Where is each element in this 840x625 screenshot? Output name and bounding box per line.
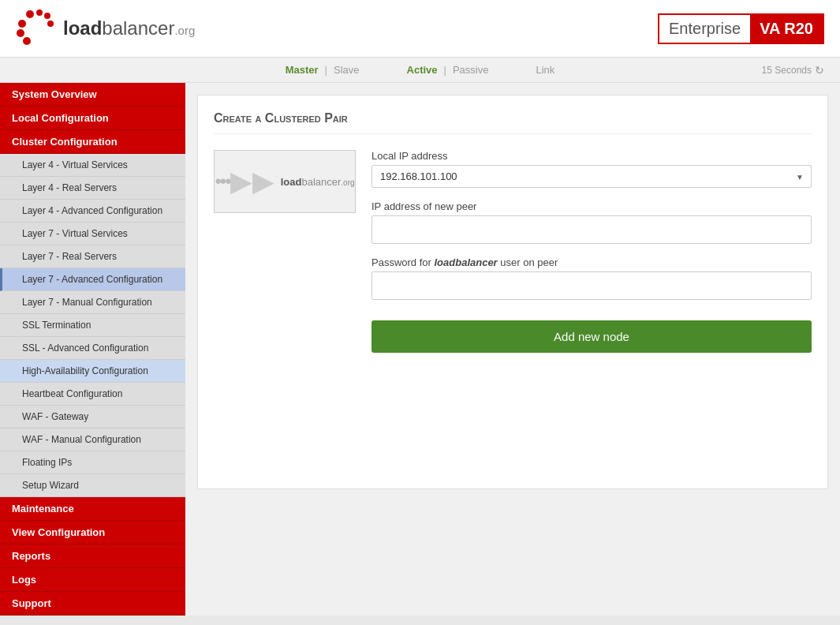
sidebar-item-waf-gateway[interactable]: WAF - Gateway [0, 406, 185, 429]
password-label-suffix: user on peer [498, 256, 558, 268]
form-section: ••• ▶▶ loadbalancer.org Local IP address… [214, 150, 812, 353]
nav-sep-2: | [444, 64, 446, 76]
passive-link[interactable]: Passive [453, 64, 489, 76]
page-title: Create a Clustered Pair [214, 111, 812, 134]
sidebar-item-system-overview[interactable]: System Overview [0, 83, 185, 107]
va-label: VA R20 [750, 15, 823, 43]
sidebar-item-setup-wizard[interactable]: Setup Wizard [0, 474, 185, 497]
cluster-logo: loadbalancer.org [281, 176, 355, 188]
nav-sep-1: | [325, 64, 327, 76]
active-passive-group: Active | Passive [407, 64, 489, 76]
content-inner: Create a Clustered Pair ••• ▶▶ loadbalan… [197, 95, 828, 489]
password-group: Password for loadbalancer user on peer [371, 256, 812, 300]
active-link[interactable]: Active [407, 64, 438, 76]
timer-label: 15 Seconds [762, 65, 812, 76]
sidebar-item-heartbeat-configuration[interactable]: Heartbeat Configuration [0, 383, 185, 406]
header: loadbalancer.org Enterprise VA R20 [0, 0, 840, 58]
content-area: Create a Clustered Pair ••• ▶▶ loadbalan… [185, 83, 840, 616]
master-link[interactable]: Master [286, 64, 319, 76]
local-ip-label: Local IP address [371, 150, 812, 162]
password-label-italic: loadbalancer [434, 256, 497, 268]
password-label: Password for loadbalancer user on peer [371, 256, 812, 268]
sidebar-item-waf-manual[interactable]: WAF - Manual Configuration [0, 429, 185, 451]
sidebar-item-layer4-real[interactable]: Layer 4 - Real Servers [0, 177, 185, 200]
enterprise-badge: Enterprise VA R20 [658, 13, 824, 44]
logo-icon [16, 8, 57, 49]
footer: Copyright © Loadbalancer.org Limited 200… [0, 616, 840, 625]
enterprise-label: Enterprise [659, 15, 750, 43]
arrow-icon: ▶▶ [230, 165, 274, 198]
sidebar-item-layer7-real[interactable]: Layer 7 - Real Servers [0, 245, 185, 268]
svg-point-3 [47, 21, 54, 27]
sidebar-item-ha-configuration[interactable]: High-Availability Configuration [0, 360, 185, 383]
ip-peer-group: IP address of new peer [371, 200, 812, 244]
master-slave-group: Master | Slave [286, 64, 360, 76]
svg-point-6 [23, 37, 31, 45]
password-input[interactable] [371, 271, 812, 300]
link-group: Link [536, 64, 554, 76]
link-link[interactable]: Link [536, 64, 554, 76]
sidebar-item-maintenance[interactable]: Maintenance [0, 497, 185, 521]
sidebar-item-reports[interactable]: Reports [0, 545, 185, 568]
form-fields: Local IP address 192.168.101.100 IP addr… [371, 150, 812, 353]
sidebar-item-floating-ips[interactable]: Floating IPs [0, 451, 185, 474]
local-ip-group: Local IP address 192.168.101.100 [371, 150, 812, 188]
nav-timer: 15 Seconds ↻ [762, 64, 824, 77]
sidebar-item-ssl-advanced[interactable]: SSL - Advanced Configuration [0, 337, 185, 360]
svg-point-1 [36, 9, 43, 16]
sidebar-item-local-configuration[interactable]: Local Configuration [0, 107, 185, 130]
sidebar-item-cluster-configuration[interactable]: Cluster Configuration [0, 130, 185, 154]
slave-link[interactable]: Slave [334, 64, 360, 76]
nav-bar: Master | Slave Active | Passive Link 15 … [0, 58, 840, 83]
sidebar: System Overview Local Configuration Clus… [0, 83, 185, 616]
password-label-prefix: Password for [371, 256, 434, 268]
svg-point-0 [26, 10, 34, 18]
spinner-icon: ••• [215, 170, 230, 193]
sidebar-item-ssl-termination[interactable]: SSL Termination [0, 314, 185, 337]
logo-text: loadbalancer.org [63, 17, 195, 39]
sidebar-item-layer7-manual[interactable]: Layer 7 - Manual Configuration [0, 291, 185, 314]
sidebar-item-layer4-virtual[interactable]: Layer 4 - Virtual Services [0, 154, 185, 177]
sidebar-item-support[interactable]: Support [0, 592, 185, 616]
sidebar-item-layer4-advanced[interactable]: Layer 4 - Advanced Configuration [0, 200, 185, 223]
svg-point-4 [18, 20, 26, 28]
main-layout: System Overview Local Configuration Clus… [0, 83, 840, 616]
local-ip-select[interactable]: 192.168.101.100 [371, 165, 812, 188]
sidebar-item-view-configuration[interactable]: View Configuration [0, 521, 185, 545]
local-ip-select-wrapper: 192.168.101.100 [371, 165, 812, 188]
svg-point-5 [17, 29, 24, 37]
ip-peer-input[interactable] [371, 215, 812, 244]
svg-point-2 [44, 13, 50, 19]
ip-peer-label: IP address of new peer [371, 200, 812, 212]
sidebar-item-layer7-virtual[interactable]: Layer 7 - Virtual Services [0, 223, 185, 245]
logo-area: loadbalancer.org [16, 8, 195, 49]
add-node-button[interactable]: Add new node [371, 320, 812, 353]
refresh-icon[interactable]: ↻ [815, 64, 824, 77]
sidebar-item-logs[interactable]: Logs [0, 568, 185, 592]
sidebar-item-layer7-advanced[interactable]: Layer 7 - Advanced Configuration [0, 268, 185, 291]
cluster-image: ••• ▶▶ loadbalancer.org [214, 150, 356, 213]
